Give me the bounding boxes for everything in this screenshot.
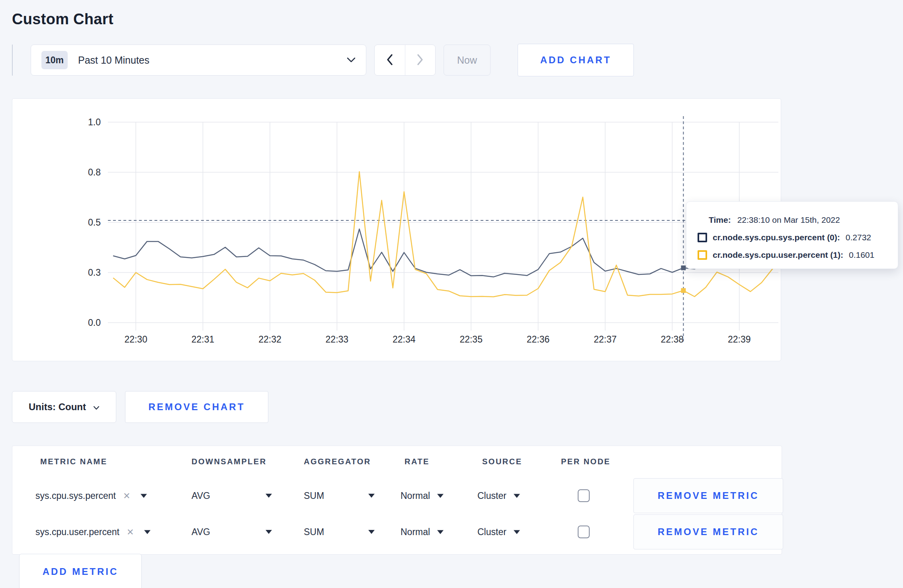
svg-text:0.3: 0.3 <box>88 267 101 278</box>
line-chart[interactable]: 0.00.30.50.81.022:3022:3122:3222:3322:34… <box>12 99 781 361</box>
chevron-down-icon[interactable] <box>266 530 272 534</box>
source-select[interactable]: Cluster <box>477 527 520 537</box>
chevron-down-icon <box>437 494 444 498</box>
source-value: Cluster <box>477 491 506 501</box>
downsampler-select[interactable]: AVG <box>192 527 210 537</box>
remove-metric-button[interactable]: REMOVE METRIC <box>633 478 783 513</box>
chevron-down-icon[interactable] <box>368 530 375 534</box>
aggregator-value: SUM <box>304 527 324 537</box>
column-header-per-node: PER NODE <box>561 457 610 466</box>
rate-select[interactable]: Normal <box>401 491 444 501</box>
next-range-button[interactable] <box>405 45 436 75</box>
chevron-right-icon <box>416 54 424 67</box>
chevron-down-icon[interactable] <box>141 494 147 498</box>
chevron-down-icon <box>93 401 100 413</box>
tooltip-time-row: Time: 22:38:10 on Mar 15th, 2022 <box>698 211 898 229</box>
chevron-down-icon <box>514 494 520 498</box>
now-button[interactable]: Now <box>444 45 491 76</box>
downsampler-select[interactable]: AVG <box>192 491 210 501</box>
tooltip-series-name: cr.node.sys.cpu.sys.percent (0): <box>713 233 840 242</box>
tooltip-series-row: cr.node.sys.cpu.sys.percent (0): 0.2732 <box>698 229 898 246</box>
svg-text:22:37: 22:37 <box>594 334 617 345</box>
units-select[interactable]: Units: Count <box>12 391 116 423</box>
tooltip-series-row: cr.node.sys.cpu.user.percent (1): 0.1601 <box>698 246 898 264</box>
per-node-checkbox[interactable] <box>578 526 590 538</box>
series-user-swatch-icon <box>698 250 707 260</box>
column-header-metric-name: METRIC NAME <box>40 457 108 466</box>
remove-metric-button[interactable]: REMOVE METRIC <box>633 514 783 549</box>
time-range-label: Past 10 Minutes <box>78 55 149 66</box>
source-select[interactable]: Cluster <box>477 491 520 501</box>
time-range-badge: 10m <box>41 51 68 69</box>
downsampler-value: AVG <box>192 491 210 501</box>
chevron-down-icon[interactable] <box>266 494 272 498</box>
clear-metric-icon[interactable]: ✕ <box>123 491 130 501</box>
svg-text:0.0: 0.0 <box>88 317 101 328</box>
svg-text:22:32: 22:32 <box>258 334 281 345</box>
chevron-left-icon <box>386 54 394 67</box>
tooltip-time-value: 22:38:10 on Mar 15th, 2022 <box>737 215 840 225</box>
svg-text:22:33: 22:33 <box>326 334 349 345</box>
downsampler-value: AVG <box>192 527 210 537</box>
page-title: Custom Chart <box>12 11 113 28</box>
chevron-down-icon <box>514 530 520 534</box>
time-range-pager <box>374 45 436 76</box>
per-node-checkbox[interactable] <box>578 489 590 502</box>
chart-tooltip: Time: 22:38:10 on Mar 15th, 2022 cr.node… <box>686 201 898 269</box>
svg-text:22:39: 22:39 <box>728 334 751 345</box>
metric-name-select[interactable]: sys.cpu.sys.percent ✕ <box>35 491 147 501</box>
remove-chart-button[interactable]: REMOVE CHART <box>125 391 268 423</box>
tooltip-series-value: 0.2732 <box>846 233 871 242</box>
svg-text:0.8: 0.8 <box>88 167 101 177</box>
tooltip-series-value: 0.1601 <box>849 250 874 260</box>
svg-text:22:35: 22:35 <box>459 334 483 345</box>
custom-chart-page: Custom Chart 10m Past 10 Minutes Now ADD… <box>0 0 903 588</box>
aggregator-select[interactable]: SUM <box>304 527 324 537</box>
clear-metric-icon[interactable]: ✕ <box>127 527 134 537</box>
column-header-aggregator: AGGREGATOR <box>304 457 371 466</box>
metric-name-value: sys.cpu.sys.percent <box>35 491 116 501</box>
units-label: Units: Count <box>29 401 86 413</box>
source-value: Cluster <box>477 527 506 537</box>
chevron-down-icon[interactable] <box>144 530 150 534</box>
svg-text:22:34: 22:34 <box>393 334 416 345</box>
svg-text:22:38: 22:38 <box>661 334 684 345</box>
svg-text:22:36: 22:36 <box>527 334 550 345</box>
table-row: sys.cpu.sys.percent ✕ AVG SUM Normal Clu… <box>12 478 782 513</box>
tooltip-series-name: cr.node.sys.cpu.user.percent (1): <box>713 250 843 260</box>
metric-name-value: sys.cpu.user.percent <box>35 527 119 537</box>
column-header-downsampler: DOWNSAMPLER <box>192 457 267 466</box>
column-header-source: SOURCE <box>482 457 522 466</box>
prev-range-button[interactable] <box>375 45 405 75</box>
aggregator-value: SUM <box>304 491 324 501</box>
add-metric-button[interactable]: ADD METRIC <box>19 554 142 588</box>
svg-text:1.0: 1.0 <box>88 117 101 127</box>
rate-value: Normal <box>401 527 430 537</box>
series-sys-swatch-icon <box>698 233 707 242</box>
add-chart-button[interactable]: ADD CHART <box>518 44 634 76</box>
column-header-rate: RATE <box>405 457 430 466</box>
rate-select[interactable]: Normal <box>401 527 444 537</box>
aggregator-select[interactable]: SUM <box>304 491 324 501</box>
time-range-selector[interactable]: 10m Past 10 Minutes <box>31 45 366 76</box>
rate-value: Normal <box>401 491 430 501</box>
chevron-down-icon <box>437 530 444 534</box>
svg-text:22:31: 22:31 <box>192 334 215 345</box>
table-row: sys.cpu.user.percent ✕ AVG SUM Normal Cl… <box>12 514 782 549</box>
toolbar-divider <box>12 45 13 76</box>
svg-text:0.5: 0.5 <box>88 217 101 228</box>
metrics-table: METRIC NAME DOWNSAMPLER AGGREGATOR RATE … <box>12 446 782 555</box>
chart-panel: 0.00.30.50.81.022:3022:3122:3222:3322:34… <box>12 98 781 361</box>
metric-name-select[interactable]: sys.cpu.user.percent ✕ <box>35 527 150 537</box>
svg-text:22:30: 22:30 <box>124 334 147 345</box>
chevron-down-icon[interactable] <box>368 494 375 498</box>
chevron-down-icon <box>347 57 356 63</box>
tooltip-time-label: Time: <box>709 215 731 225</box>
